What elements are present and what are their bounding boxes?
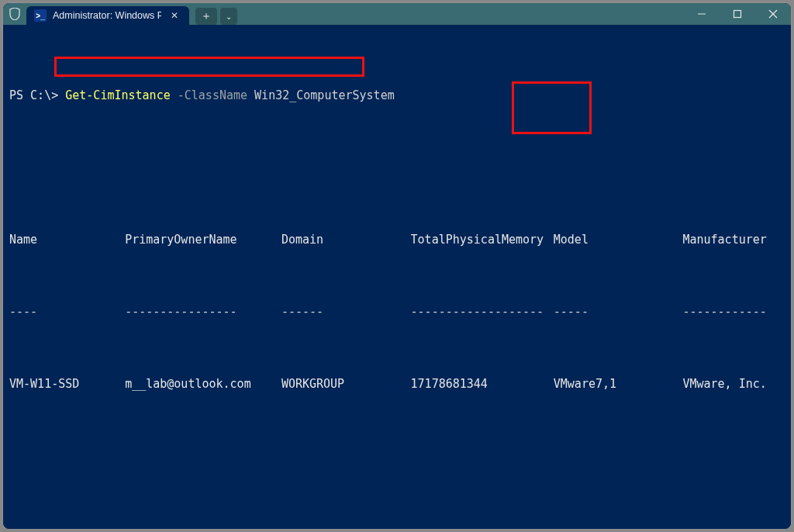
command-line: PS C:\> Get-CimInstance -ClassName Win32… [9,87,785,105]
cell-totalmem: 17178681344 [411,375,554,393]
titlebar[interactable]: >_ Administrator: Windows Powe ✕ ＋ ⌄ [3,3,791,25]
terminal-surface[interactable]: PS C:\> Get-CimInstance -ClassName Win32… [3,25,791,529]
col-header-totalmem: TotalPhysicalMemory [411,231,554,249]
col-header-manufacturer: Manufacturer [682,231,785,249]
param-value: Win32_ComputerSystem [254,88,395,102]
new-tab-group: ＋ ⌄ [195,8,237,25]
col-header-name: Name [9,231,125,249]
cell-model: VMware7,1 [554,375,683,393]
close-window-button[interactable] [755,3,791,25]
new-tab-dropdown[interactable]: ⌄ [220,8,237,25]
prompt: PS C:\> [9,88,58,102]
svg-rect-1 [734,11,741,18]
blank-line [9,447,785,465]
window-controls [684,3,791,25]
cell-name: VM-W11-SSD [9,375,125,393]
output-dash-row: ----------------------------------------… [9,303,785,321]
titlebar-left: >_ Administrator: Windows Powe ✕ ＋ ⌄ [3,3,237,25]
tab-powershell-admin[interactable]: >_ Administrator: Windows Powe ✕ [26,6,189,25]
cmdlet: Get-CimInstance [65,88,170,102]
param-flag: -ClassName [178,88,247,102]
col-header-domain: Domain [281,231,411,249]
highlight-command [54,57,364,77]
blank-line [9,141,785,159]
table-row: VM-W11-SSDm__lab@outlook.comWORKGROUP171… [9,375,785,393]
output-header-row: NamePrimaryOwnerNameDomainTotalPhysicalM… [9,231,785,249]
blank-line [9,502,785,520]
new-tab-button[interactable]: ＋ [195,8,217,25]
tab-close-button[interactable]: ✕ [167,9,181,22]
cell-primaryowner: m__lab@outlook.com [125,375,281,393]
cell-domain: WORKGROUP [281,375,411,393]
powershell-icon: >_ [34,9,47,22]
col-header-model: Model [554,231,683,249]
cell-manufacturer: VMware, Inc. [682,375,785,393]
col-header-primaryowner: PrimaryOwnerName [125,231,281,249]
admin-shield-icon [3,3,26,25]
minimize-button[interactable] [684,3,720,25]
tab-title: Administrator: Windows Powe [53,10,161,21]
powershell-window: >_ Administrator: Windows Powe ✕ ＋ ⌄ PS … [3,3,791,529]
maximize-button[interactable] [720,3,755,25]
titlebar-drag-area[interactable] [237,3,684,25]
